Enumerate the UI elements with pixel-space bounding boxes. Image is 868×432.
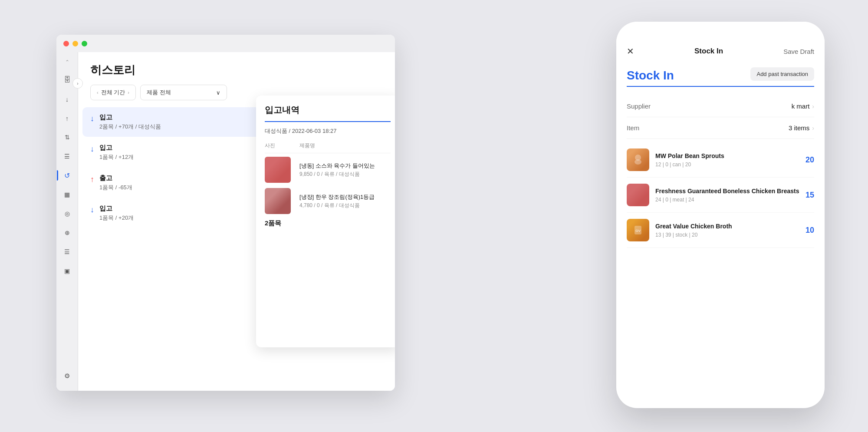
detail-item-sub: 4,780 / 0 / 육류 / 대성식품 (299, 202, 391, 209)
item-sub: 13 | 39 | stock | 20 (655, 232, 799, 238)
detail-title: 입고내역 (265, 104, 391, 116)
tx-type: 출고 (99, 174, 132, 182)
sidebar-collapse-button[interactable]: › (72, 78, 83, 89)
sidebar-chevron-icon[interactable]: ⌃ (65, 59, 69, 65)
product-filter[interactable]: 제품 전체 ∨ (140, 85, 227, 100)
sidebar: ⌃ 🗄 ↓ ↑ ⇅ ☰ ↺ ▦ ◎ (56, 52, 78, 391)
svg-point-1 (635, 155, 641, 161)
page-header: 히스토리 (78, 52, 395, 85)
tx-detail: 2품목 / +70개 / 대성식품 (99, 123, 161, 131)
eye-icon: ◎ (65, 210, 70, 217)
list-icon: ☰ (64, 248, 70, 255)
detail-item-name: [냉동] 소스와 육수가 들어있는 (299, 162, 391, 170)
detail-section-title: 2품목 (265, 219, 391, 228)
phone-header: ✕ Stock In Save Draft (616, 41, 825, 62)
stock-in-icon: ↓ (90, 145, 94, 154)
sidebar-item-eye[interactable]: ◎ (59, 206, 75, 221)
tx-type: 입고 (99, 113, 161, 122)
sidebar-item-add[interactable]: ⊕ (59, 225, 75, 241)
item-qty: 10 (806, 226, 814, 235)
save-draft-button[interactable]: Save Draft (783, 48, 814, 55)
item-name: MW Polar Bean Sprouts (655, 152, 799, 160)
item-name: Freshness Guaranteed Boneless Chicken Br… (655, 187, 799, 195)
phone-item-card[interactable]: MW Polar Bean Sprouts 12 | 0 | can | 20 … (627, 142, 814, 178)
detail-meta: 대성식품 / 2022-06-03 18:27 (265, 127, 391, 135)
supplier-value: k mart › (792, 102, 814, 110)
history-icon: ↺ (64, 171, 70, 180)
chart-icon: ▦ (64, 191, 70, 198)
detail-divider (265, 121, 391, 122)
detail-table-header: 사진 제품명 (265, 142, 391, 153)
detail-panel: 입고내역 대성식품 / 2022-06-03 18:27 사진 제품명 [냉동]… (256, 96, 395, 347)
supplier-row[interactable]: Supplier k mart › (627, 96, 814, 117)
stock-in-icon: ↓ (90, 205, 94, 214)
item-sub: 24 | 0 | meat | 24 (655, 197, 799, 203)
col-name: 제품명 (299, 142, 391, 149)
sidebar-item-download[interactable]: ↓ (59, 91, 75, 107)
broth-image: GV (627, 219, 649, 241)
item-qty: 20 (806, 155, 814, 165)
supplier-label: Supplier (627, 102, 651, 110)
tx-detail: 1품목 / +20개 (99, 214, 134, 222)
inventory-icon: 🗄 (64, 76, 71, 84)
chicken-image (627, 184, 649, 206)
phone-notch (694, 22, 746, 35)
phone-item-card[interactable]: Freshness Guaranteed Boneless Chicken Br… (627, 178, 814, 213)
stock-in-underline (627, 86, 814, 87)
date-next-icon[interactable]: › (128, 90, 129, 95)
product-filter-label: 제품 전체 (147, 89, 171, 96)
detail-item-row: [냉동] 소스와 육수가 들어있는 9,850 / 0 / 육류 / 대성식품 (265, 157, 391, 183)
stock-out-icon: ↑ (90, 175, 94, 184)
tx-type: 입고 (99, 204, 134, 213)
item-row[interactable]: Item 3 items › (627, 117, 814, 139)
close-button[interactable]: ✕ (627, 46, 634, 56)
stock-in-icon: ↓ (90, 114, 94, 123)
page-title: 히스토리 (90, 63, 383, 78)
phone-items-section: MW Polar Bean Sprouts 12 | 0 | can | 20 … (627, 142, 814, 248)
detail-item-name: [냉장] 한우 장조림(정육)1등급 (299, 193, 391, 201)
history-item-left: ↓ 입고 2품목 / +70개 / 대성식품 (90, 113, 161, 131)
desktop-window: ⌃ 🗄 ↓ ↑ ⇅ ☰ ↺ ▦ ◎ (56, 35, 395, 391)
item-sub: 12 | 0 | can | 20 (655, 162, 799, 168)
header-title: Stock In (694, 47, 723, 56)
detail-item-image (265, 188, 291, 214)
upload-icon: ↑ (66, 115, 69, 122)
sidebar-item-transfer[interactable]: ⇅ (59, 129, 75, 145)
item-count: 3 items (789, 124, 809, 132)
mobile-phone: ✕ Stock In Save Draft Stock In Add past … (616, 22, 825, 408)
sidebar-item-chart[interactable]: ▦ (59, 187, 75, 202)
tx-type: 입고 (99, 144, 134, 152)
maximize-window-button[interactable] (82, 41, 87, 46)
detail-item-image (265, 157, 291, 183)
dropdown-arrow-icon: ∨ (216, 89, 220, 96)
svg-text:GV: GV (635, 229, 641, 233)
sidebar-item-document[interactable]: ☰ (59, 148, 75, 164)
date-filter[interactable]: ‹ 전체 기간 › (90, 85, 136, 100)
date-filter-label: 전체 기간 (101, 89, 125, 96)
sidebar-item-history[interactable]: ↺ (59, 168, 75, 183)
col-photo: 사진 (265, 142, 295, 149)
document-icon: ☰ (64, 153, 70, 160)
sidebar-item-list[interactable]: ☰ (59, 244, 75, 260)
detail-item-sub: 9,850 / 0 / 육류 / 대성식품 (299, 171, 391, 178)
phone-item-card[interactable]: GV Great Value Chicken Broth 13 | 39 | s… (627, 213, 814, 248)
item-label: Item (627, 124, 639, 132)
tx-detail: 1품목 / +12개 (99, 153, 134, 161)
add-circle-icon: ⊕ (65, 229, 70, 236)
tx-detail: 1품목 / -65개 (99, 184, 132, 191)
window-titlebar (56, 35, 395, 52)
supplier-name: k mart (792, 102, 810, 110)
sidebar-item-settings[interactable]: ⚙ (59, 368, 75, 384)
add-past-transaction-button[interactable]: Add past transaction (750, 67, 814, 81)
settings-icon: ⚙ (64, 372, 70, 380)
sidebar-item-upload[interactable]: ↑ (59, 110, 75, 126)
close-window-button[interactable] (63, 41, 69, 46)
grid-icon: ▣ (64, 267, 70, 274)
item-value: 3 items › (789, 124, 814, 132)
phone-body: Stock In Add past transaction Supplier k… (616, 62, 825, 408)
minimize-window-button[interactable] (72, 41, 78, 46)
sidebar-item-grid[interactable]: ▣ (59, 263, 75, 279)
stock-in-title: Stock In (627, 62, 674, 86)
date-prev-icon[interactable]: ‹ (97, 90, 99, 95)
item-name: Great Value Chicken Broth (655, 222, 799, 230)
